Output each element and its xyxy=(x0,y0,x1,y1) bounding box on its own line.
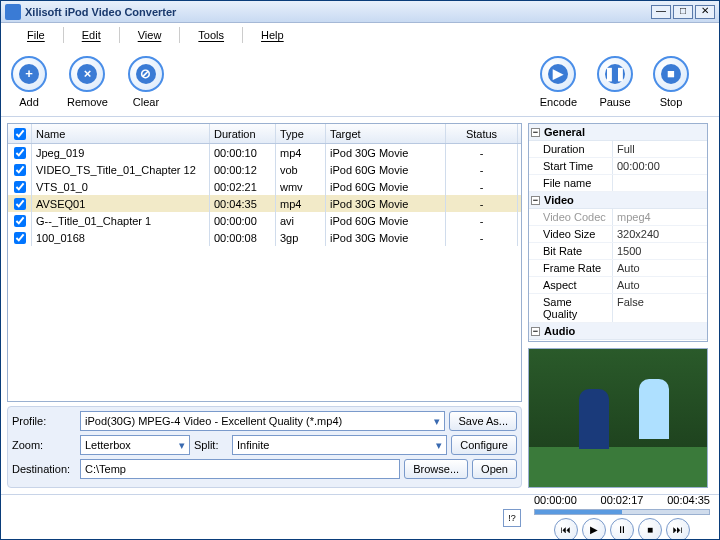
pause-icon: ❚❚ xyxy=(605,64,625,84)
prop-value[interactable] xyxy=(613,175,707,191)
time-display: 00:00:0000:02:1700:04:35 xyxy=(534,494,710,506)
row-checkbox[interactable] xyxy=(14,164,26,176)
prop-row[interactable]: Video Codecmpeg4 xyxy=(529,209,707,226)
player-prev-button[interactable]: ⏮ xyxy=(554,518,578,541)
prop-group-header[interactable]: −Video xyxy=(529,192,707,209)
clear-button[interactable]: ⊘Clear xyxy=(128,56,164,108)
collapse-icon[interactable]: − xyxy=(531,327,540,336)
cell-name: AVSEQ01 xyxy=(32,195,210,212)
prop-value[interactable]: False xyxy=(613,294,707,322)
prop-value[interactable]: mpeg4 xyxy=(613,209,707,225)
cell-name: VIDEO_TS_Title_01_Chapter 12 xyxy=(32,161,210,178)
row-checkbox[interactable] xyxy=(14,181,26,193)
col-duration[interactable]: Duration xyxy=(210,124,276,143)
prop-value[interactable]: 320x240 xyxy=(613,226,707,242)
properties-panel[interactable]: −GeneralDurationFullStart Time00:00:00Fi… xyxy=(528,123,708,342)
zoom-label: Zoom: xyxy=(12,439,76,451)
table-row[interactable]: AVSEQ0100:04:35mp4iPod 30G Movie- xyxy=(8,195,521,212)
cell-type: mp4 xyxy=(276,195,326,212)
cell-name: VTS_01_0 xyxy=(32,178,210,195)
collapse-icon[interactable]: − xyxy=(531,196,540,205)
menu-help[interactable]: Help xyxy=(247,29,298,41)
prop-key: Video Size xyxy=(529,226,613,242)
cell-duration: 00:00:00 xyxy=(210,212,276,229)
open-button[interactable]: Open xyxy=(472,459,517,479)
col-name[interactable]: Name xyxy=(32,124,210,143)
plus-icon: + xyxy=(19,64,39,84)
prop-value[interactable]: Auto xyxy=(613,260,707,276)
prop-key: Start Time xyxy=(529,158,613,174)
browse-button[interactable]: Browse... xyxy=(404,459,468,479)
encode-button[interactable]: ▶Encode xyxy=(540,56,577,108)
col-checkbox[interactable] xyxy=(8,124,32,143)
prop-group-header[interactable]: −General xyxy=(529,124,707,141)
menu-view[interactable]: View xyxy=(124,29,176,41)
profile-label: Profile: xyxy=(12,415,76,427)
prop-value[interactable]: 1500 xyxy=(613,243,707,259)
stop-button[interactable]: ■Stop xyxy=(653,56,689,108)
prop-row[interactable]: Start Time00:00:00 xyxy=(529,158,707,175)
table-row[interactable]: G--_Title_01_Chapter 100:00:00aviiPod 60… xyxy=(8,212,521,229)
window-title: Xilisoft iPod Video Converter xyxy=(25,6,649,18)
row-checkbox[interactable] xyxy=(14,215,26,227)
table-row[interactable]: VTS_01_000:02:21wmviPod 60G Movie- xyxy=(8,178,521,195)
prop-row[interactable]: Video Size320x240 xyxy=(529,226,707,243)
cell-status: - xyxy=(446,178,518,195)
saveas-button[interactable]: Save As... xyxy=(449,411,517,431)
prop-row[interactable]: DurationFull xyxy=(529,141,707,158)
toolbar: +Add ×Remove ⊘Clear ▶Encode ❚❚Pause ■Sto… xyxy=(1,47,719,117)
table-row[interactable]: VIDEO_TS_Title_01_Chapter 1200:00:12vobi… xyxy=(8,161,521,178)
zoom-combo[interactable]: Letterbox xyxy=(80,435,190,455)
close-button[interactable]: ✕ xyxy=(695,5,715,19)
cell-name: 100_0168 xyxy=(32,229,210,246)
titlebar: Xilisoft iPod Video Converter — □ ✕ xyxy=(1,1,719,23)
player-pause-button[interactable]: ⏸ xyxy=(610,518,634,541)
prop-key: Video Codec xyxy=(529,209,613,225)
split-label: Split: xyxy=(194,439,228,451)
help-button[interactable]: !? xyxy=(503,509,521,527)
play-icon: ▶ xyxy=(548,64,568,84)
prop-group-header[interactable]: −Audio xyxy=(529,323,707,340)
table-row[interactable]: 100_016800:00:083gpiPod 30G Movie- xyxy=(8,229,521,246)
row-checkbox[interactable] xyxy=(14,232,26,244)
video-preview xyxy=(528,348,708,488)
prop-value[interactable]: Auto xyxy=(613,277,707,293)
cell-name: G--_Title_01_Chapter 1 xyxy=(32,212,210,229)
menu-file[interactable]: File xyxy=(13,29,59,41)
cell-target: iPod 60G Movie xyxy=(326,178,446,195)
row-checkbox[interactable] xyxy=(14,198,26,210)
player-next-button[interactable]: ⏭ xyxy=(666,518,690,541)
cell-name: Jpeg_019 xyxy=(32,144,210,161)
prop-row[interactable]: Same QualityFalse xyxy=(529,294,707,323)
menu-tools[interactable]: Tools xyxy=(184,29,238,41)
collapse-icon[interactable]: − xyxy=(531,128,540,137)
profile-combo[interactable]: iPod(30G) MPEG-4 Video - Excellent Quali… xyxy=(80,411,445,431)
configure-button[interactable]: Configure xyxy=(451,435,517,455)
col-type[interactable]: Type xyxy=(276,124,326,143)
player-stop-button[interactable]: ■ xyxy=(638,518,662,541)
prop-row[interactable]: AspectAuto xyxy=(529,277,707,294)
prop-value[interactable]: Full xyxy=(613,141,707,157)
footer: !? 00:00:0000:02:1700:04:35 ⏮ ▶ ⏸ ■ ⏭ xyxy=(1,494,719,540)
prop-row[interactable]: Frame RateAuto xyxy=(529,260,707,277)
row-checkbox[interactable] xyxy=(14,147,26,159)
split-combo[interactable]: Infinite xyxy=(232,435,447,455)
table-row[interactable]: Jpeg_01900:00:10mp4iPod 30G Movie- xyxy=(8,144,521,161)
pause-button[interactable]: ❚❚Pause xyxy=(597,56,633,108)
minimize-button[interactable]: — xyxy=(651,5,671,19)
destination-input[interactable]: C:\Temp xyxy=(80,459,400,479)
cell-target: iPod 60G Movie xyxy=(326,212,446,229)
col-status[interactable]: Status xyxy=(446,124,518,143)
prop-row[interactable]: Bit Rate1500 xyxy=(529,243,707,260)
menu-edit[interactable]: Edit xyxy=(68,29,115,41)
bottom-form: Profile: iPod(30G) MPEG-4 Video - Excell… xyxy=(7,406,522,488)
col-target[interactable]: Target xyxy=(326,124,446,143)
player-play-button[interactable]: ▶ xyxy=(582,518,606,541)
file-list[interactable]: Name Duration Type Target Status Jpeg_01… xyxy=(7,123,522,402)
maximize-button[interactable]: □ xyxy=(673,5,693,19)
prop-row[interactable]: File name xyxy=(529,175,707,192)
add-button[interactable]: +Add xyxy=(11,56,47,108)
seek-bar[interactable] xyxy=(534,509,710,515)
remove-button[interactable]: ×Remove xyxy=(67,56,108,108)
prop-value[interactable]: 00:00:00 xyxy=(613,158,707,174)
